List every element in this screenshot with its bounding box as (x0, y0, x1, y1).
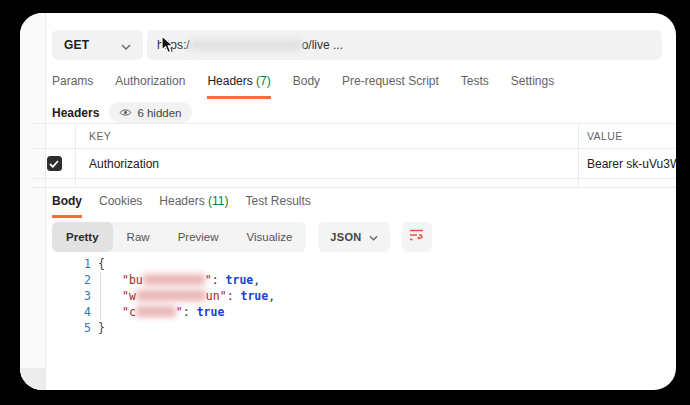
line-number: 4 (33, 304, 91, 320)
hidden-headers-toggle[interactable]: 6 hidden (109, 102, 191, 123)
response-tab-headers[interactable]: Headers (11) (159, 194, 228, 215)
response-tab-body[interactable]: Body (52, 194, 82, 218)
line-content: } (91, 320, 105, 336)
response-tab-cookies[interactable]: Cookies (99, 194, 142, 215)
language-label: JSON (330, 231, 361, 243)
chevron-down-icon (121, 36, 131, 54)
request-tab-pre-request-script[interactable]: Pre-request Script (342, 74, 439, 96)
request-tab-label: Tests (461, 74, 489, 88)
hidden-headers-count: 6 hidden (137, 107, 181, 119)
line-content: { (91, 256, 105, 272)
response-body-viewer: 1{2"bu": true,3"wun": true,4"c": true5} (33, 256, 676, 390)
url-suffix: o/live ... (302, 38, 343, 52)
headers-table: KEY VALUE AuthorizationBearer sk-uVu3WyK… (33, 123, 676, 188)
request-tab-params[interactable]: Params (52, 74, 93, 96)
token-bool: true (226, 273, 254, 287)
response-tab-test-results[interactable]: Test Results (246, 194, 311, 215)
view-mode-pretty[interactable]: Pretty (52, 222, 113, 252)
header-key: Authorization (89, 157, 159, 171)
method-selector[interactable]: GET (52, 30, 143, 60)
code-line: 2"bu": true, (33, 272, 676, 288)
request-tab-label: Authorization (115, 74, 185, 88)
header-value: Bearer sk-uVu3Wy (587, 157, 676, 171)
table-row: AuthorizationBearer sk-uVu3Wy (33, 149, 676, 179)
token-key: " (176, 305, 183, 319)
request-tab-label: Settings (511, 74, 554, 88)
request-tab-label: Params (52, 74, 93, 88)
redacted-json-key (136, 306, 176, 317)
request-tab-body[interactable]: Body (293, 74, 320, 96)
view-mode-switcher: PrettyRawPreviewVisualize (52, 222, 306, 252)
token-punct: : (212, 273, 226, 287)
request-tabs: ParamsAuthorizationHeaders (7)BodyPre-re… (52, 74, 554, 99)
redacted-json-key (136, 290, 206, 301)
token-punct: : (227, 289, 241, 303)
header-value-cell[interactable]: Bearer sk-uVu3Wy (578, 149, 676, 178)
language-selector[interactable]: JSON (318, 222, 389, 252)
token-key: "bu (122, 273, 143, 287)
wrap-lines-icon (409, 228, 424, 246)
token-key: "w (122, 289, 136, 303)
request-tab-label: Pre-request Script (342, 74, 439, 88)
response-tab-count: (11) (205, 194, 229, 208)
token-key: " (205, 273, 212, 287)
response-toolbar: PrettyRawPreviewVisualize JSON (52, 222, 432, 252)
code-line: 5} (33, 320, 676, 336)
checkbox-column-header (33, 124, 75, 148)
response-tab-label: Body (52, 194, 82, 208)
key-column-header: KEY (75, 124, 578, 148)
url-redacted-blur (190, 39, 302, 51)
view-mode-raw[interactable]: Raw (113, 222, 164, 252)
request-tab-settings[interactable]: Settings (511, 74, 554, 96)
token-brace: } (98, 321, 105, 335)
request-tab-label: Headers (207, 74, 252, 88)
token-brace: { (98, 257, 105, 271)
token-bool: true (241, 289, 269, 303)
response-tabs: BodyCookiesHeaders (11)Test Results (52, 194, 311, 218)
value-column-header: VALUE (578, 124, 676, 148)
view-mode-visualize[interactable]: Visualize (233, 222, 307, 252)
code-line: 4"c": true (33, 304, 676, 320)
headers-section-header: Headers 6 hidden (52, 102, 192, 123)
header-key-cell[interactable]: Authorization (75, 149, 578, 178)
code-line: 3"wun": true, (33, 288, 676, 304)
line-content: "c": true (91, 304, 224, 320)
code-indent-guide (100, 272, 101, 320)
response-tab-label: Test Results (246, 194, 311, 208)
token-punct: , (268, 289, 275, 303)
line-content: "bu": true, (91, 272, 260, 288)
headers-section-title: Headers (52, 106, 99, 120)
code-line: 1{ (33, 256, 676, 272)
method-label: GET (64, 38, 89, 52)
request-tab-authorization[interactable]: Authorization (115, 74, 185, 96)
wrap-lines-button[interactable] (402, 222, 432, 252)
token-punct: , (253, 273, 260, 287)
token-key: "c (122, 305, 136, 319)
line-content: "wun": true, (91, 288, 275, 304)
line-number: 5 (33, 320, 91, 336)
row-checkbox[interactable] (47, 156, 62, 171)
view-mode-preview[interactable]: Preview (164, 222, 233, 252)
line-number: 3 (33, 288, 91, 304)
response-section-divider (33, 187, 676, 188)
token-bool: true (197, 305, 225, 319)
request-tab-count: (7) (253, 74, 271, 88)
redacted-json-key (143, 274, 205, 285)
response-tab-label: Cookies (99, 194, 142, 208)
line-number: 1 (33, 256, 91, 272)
postman-window: GET https:/o/live ... ParamsAuthorizatio… (20, 13, 676, 390)
url-prefix: https:/ (157, 38, 190, 52)
request-tab-headers[interactable]: Headers (7) (207, 74, 270, 99)
token-key: un" (206, 289, 227, 303)
eye-icon (119, 107, 132, 119)
url-input[interactable]: https:/o/live ... (147, 30, 662, 60)
response-tab-label: Headers (159, 194, 204, 208)
request-tab-tests[interactable]: Tests (461, 74, 489, 96)
request-tab-label: Body (293, 74, 320, 88)
row-checkbox-cell (33, 149, 75, 178)
table-header-row: KEY VALUE (33, 124, 676, 149)
line-number: 2 (33, 272, 91, 288)
token-punct: : (183, 305, 197, 319)
chevron-down-icon (369, 231, 378, 243)
